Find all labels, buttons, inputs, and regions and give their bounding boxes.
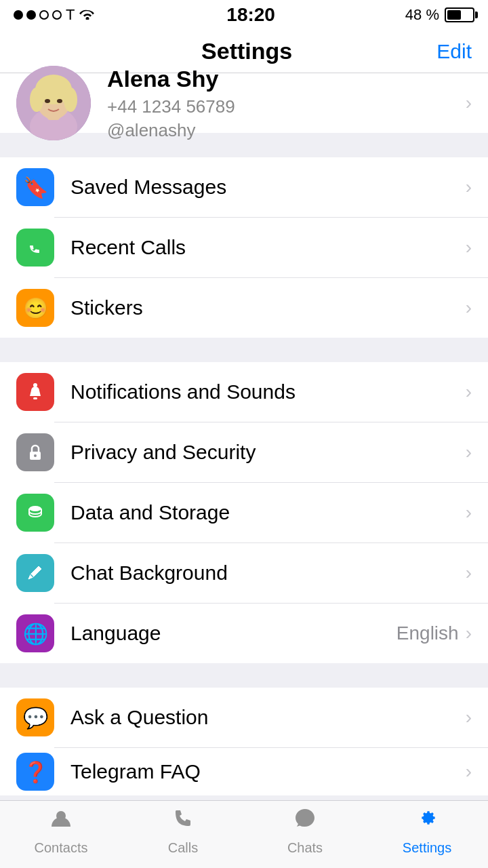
stickers-label: Stickers [70,296,466,319]
saved-messages-icon: 🔖 [16,168,54,206]
saved-messages-label: Saved Messages [70,176,466,199]
chat-background-item[interactable]: Chat Background › [0,543,488,603]
wifi-icon [79,6,96,24]
chat-background-chevron: › [466,562,472,584]
recent-calls-label: Recent Calls [70,236,466,259]
saved-messages-chevron: › [466,176,472,198]
battery-icon [445,7,474,22]
stickers-item[interactable]: 😊 Stickers › [0,278,488,338]
chats-label: Chats [287,840,323,856]
settings-section-1: 🔖 Saved Messages › Recent Calls › 😊 Stic… [0,157,488,338]
language-item[interactable]: 🌐 Language English › [0,604,488,663]
ask-question-label: Ask a Question [70,706,466,729]
privacy-label: Privacy and Security [70,441,466,464]
signal-dot-2 [26,10,36,20]
battery-fill [447,10,461,20]
profile-section: Alena Shy +44 1234 56789 @alenashy › [0,73,488,133]
status-bar: T 18:20 48 % [0,0,488,30]
contacts-icon [49,806,73,836]
stickers-icon: 😊 [16,289,54,327]
settings-icon [415,806,439,836]
privacy-item[interactable]: Privacy and Security › [0,422,488,482]
data-storage-label: Data and Storage [70,501,466,524]
section-gap-3 [0,663,488,688]
stickers-chevron: › [466,297,472,319]
tab-bar: Contacts Calls Chats Settings [0,800,488,868]
notifications-item[interactable]: Notifications and Sounds › [0,362,488,422]
data-storage-chevron: › [466,502,472,524]
status-left: T [14,6,96,24]
ask-question-icon: 💬 [16,698,54,736]
svg-point-7 [45,99,50,103]
svg-point-6 [64,87,77,112]
language-value: English [396,623,459,644]
ask-question-chevron: › [466,707,472,728]
contacts-label: Contacts [35,840,88,856]
notifications-icon [16,373,54,411]
chat-background-label: Chat Background [70,561,466,585]
avatar [16,66,91,140]
svg-point-13 [29,506,41,511]
settings-section-2: Notifications and Sounds › Privacy and S… [0,362,488,663]
telegram-faq-icon: ❓ [16,753,54,791]
language-label: Language [70,622,396,645]
privacy-chevron: › [466,441,472,463]
tab-calls[interactable]: Calls [122,806,244,856]
data-storage-item[interactable]: Data and Storage › [0,483,488,542]
profile-chevron: › [466,92,472,114]
data-storage-icon [16,494,54,532]
signal-dots [14,10,62,20]
chats-icon [293,806,317,836]
profile-username: @alenashy [107,120,466,141]
battery-percentage: 48 % [405,6,439,24]
settings-section-3: 💬 Ask a Question › ❓ Telegram FAQ › [0,688,488,795]
telegram-faq-chevron: › [466,761,472,783]
carrier-label: T [66,6,75,24]
saved-messages-item[interactable]: 🔖 Saved Messages › [0,157,488,217]
section-gap-2 [0,338,488,362]
recent-calls-icon [16,229,54,267]
signal-dot-1 [14,10,23,20]
privacy-icon [16,433,54,471]
status-right: 48 % [405,6,474,24]
status-time: 18:20 [226,4,275,26]
tab-settings[interactable]: Settings [366,806,488,856]
notifications-label: Notifications and Sounds [70,380,466,403]
signal-dot-4 [52,10,62,20]
profile-name: Alena Shy [107,66,466,92]
profile-info: Alena Shy +44 1234 56789 @alenashy [107,66,466,141]
profile-phone: +44 1234 56789 [107,96,466,117]
language-icon: 🌐 [16,614,54,652]
svg-rect-10 [33,397,37,399]
recent-calls-chevron: › [466,237,472,258]
svg-point-5 [30,87,43,112]
language-chevron: › [466,623,472,644]
telegram-faq-item[interactable]: ❓ Telegram FAQ › [0,748,488,795]
svg-point-8 [57,99,62,103]
svg-point-12 [34,454,37,457]
calls-label: Calls [168,840,198,856]
settings-label: Settings [403,840,451,856]
calls-icon [171,806,195,836]
page-title: Settings [201,38,292,64]
profile-row[interactable]: Alena Shy +44 1234 56789 @alenashy › [0,73,488,133]
edit-button[interactable]: Edit [436,40,472,63]
telegram-faq-label: Telegram FAQ [70,760,466,783]
recent-calls-item[interactable]: Recent Calls › [0,218,488,277]
ask-question-item[interactable]: 💬 Ask a Question › [0,688,488,747]
chat-background-icon [16,554,54,592]
notifications-chevron: › [466,381,472,403]
tab-chats[interactable]: Chats [244,806,366,856]
signal-dot-3 [39,10,49,20]
tab-contacts[interactable]: Contacts [0,806,122,856]
